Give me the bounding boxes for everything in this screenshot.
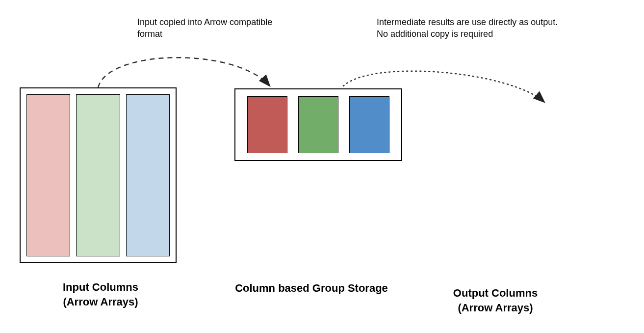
caption-output: Output Columns (Arrow Arrays) xyxy=(441,286,549,315)
storage-column-red xyxy=(247,96,287,153)
caption-input: Input Columns (Arrow Arrays) xyxy=(49,280,152,309)
input-column-red xyxy=(26,94,70,256)
annotation-copy: Input copied into Arrow compatible forma… xyxy=(137,16,304,40)
input-column-green xyxy=(76,94,120,256)
caption-storage: Column based Group Storage xyxy=(226,281,397,296)
dashed-arrow xyxy=(98,57,270,87)
group-storage-container xyxy=(234,88,402,161)
storage-column-green xyxy=(298,96,338,153)
annotation-output: Intermediate results are use directly as… xyxy=(377,16,588,40)
input-column-blue xyxy=(126,94,170,256)
input-columns-container xyxy=(20,87,177,263)
storage-column-blue xyxy=(349,96,389,153)
